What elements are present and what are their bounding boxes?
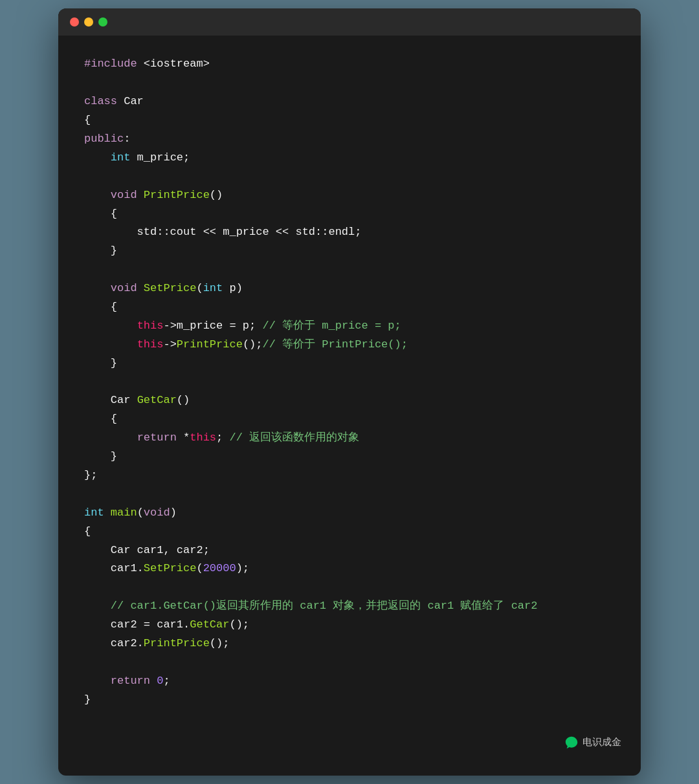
code-line-2: class Car: [84, 93, 615, 111]
code-window: #include <iostream> class Car { public: …: [58, 8, 641, 775]
code-line-26: car2.PrintPrice();: [84, 635, 615, 653]
code-line-blank-7: [84, 653, 615, 672]
code-line-18: }: [84, 448, 615, 466]
maximize-button[interactable]: [98, 17, 107, 27]
code-line-14: }: [84, 354, 615, 373]
code-line-blank-2: [84, 168, 615, 186]
code-line-3: {: [84, 111, 615, 130]
code-line-19: };: [84, 466, 615, 485]
code-line-blank-5: [84, 485, 615, 504]
code-line-27: return 0;: [84, 672, 615, 691]
titlebar: [58, 8, 641, 36]
code-line-24: // car1.GetCar()返回其所作用的 car1 对象，并把返回的 ca…: [84, 597, 615, 616]
code-line-13: this->PrintPrice();// 等价于 PrintPrice();: [84, 336, 615, 354]
code-line-1: #include <iostream>: [84, 55, 615, 74]
code-line-25: car2 = car1.GetCar();: [84, 616, 615, 635]
code-line-11: {: [84, 298, 615, 317]
code-line-blank-1: [84, 74, 615, 93]
code-line-23: car1.SetPrice(20000);: [84, 560, 615, 578]
code-line-5: int m_price;: [84, 149, 615, 168]
code-editor: #include <iostream> class Car { public: …: [58, 36, 641, 728]
wechat-icon: [564, 735, 579, 750]
code-line-15: Car GetCar(): [84, 391, 615, 410]
code-line-28: }: [84, 691, 615, 710]
close-button[interactable]: [70, 17, 79, 27]
code-line-9: }: [84, 242, 615, 261]
watermark: 电识成金: [58, 729, 641, 750]
code-line-6: void PrintPrice(): [84, 186, 615, 205]
watermark-text: 电识成金: [582, 736, 621, 748]
code-line-20: int main(void): [84, 504, 615, 523]
code-line-7: {: [84, 205, 615, 224]
code-line-21: {: [84, 523, 615, 541]
code-line-12: this->m_price = p; // 等价于 m_price = p;: [84, 317, 615, 336]
code-line-4: public:: [84, 130, 615, 149]
code-line-blank-3: [84, 261, 615, 279]
code-line-22: Car car1, car2;: [84, 541, 615, 560]
code-line-8: std::cout << m_price << std::endl;: [84, 223, 615, 242]
code-line-16: {: [84, 410, 615, 429]
code-line-blank-6: [84, 578, 615, 597]
code-line-17: return *this; // 返回该函数作用的对象: [84, 429, 615, 448]
code-line-10: void SetPrice(int p): [84, 279, 615, 298]
code-line-blank-4: [84, 373, 615, 392]
minimize-button[interactable]: [84, 17, 93, 27]
